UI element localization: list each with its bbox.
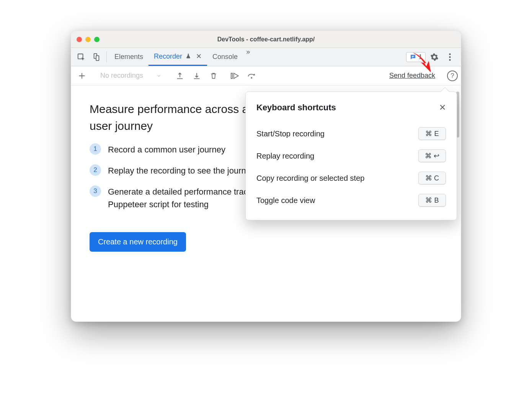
svg-point-7	[449, 59, 450, 61]
export-icon[interactable]	[172, 68, 188, 84]
shortcut-keys: ⌘ ↩	[418, 149, 446, 162]
close-window-button[interactable]	[77, 37, 82, 42]
flask-icon	[185, 53, 191, 59]
window-titlebar: DevTools - coffee-cart.netlify.app/	[71, 31, 461, 48]
import-icon[interactable]	[189, 68, 204, 84]
maximize-window-button[interactable]	[94, 37, 100, 42]
step-number-badge: 1	[90, 143, 101, 155]
shortcut-row: Toggle code view ⌘ B	[256, 189, 446, 211]
shortcut-row: Replay recording ⌘ ↩	[256, 145, 446, 167]
chevron-down-icon	[156, 73, 162, 79]
close-tab-icon[interactable]: ✕	[194, 52, 202, 61]
shortcut-label: Start/Stop recording	[256, 129, 325, 138]
tab-label: Recorder	[154, 52, 182, 61]
minimize-window-button[interactable]	[85, 37, 91, 42]
svg-point-9	[251, 77, 252, 79]
delete-icon[interactable]	[206, 68, 221, 84]
close-icon[interactable]: ✕	[439, 103, 446, 113]
step-text: Record a common user journey	[108, 143, 225, 156]
svg-point-6	[449, 56, 450, 57]
window-title: DevTools - coffee-cart.netlify.app/	[71, 36, 461, 43]
tab-elements[interactable]: Elements	[109, 48, 149, 66]
separator	[106, 51, 107, 62]
step-text: Replay the recording to see the journey	[108, 164, 255, 177]
shortcut-keys: ⌘ B	[418, 194, 446, 207]
issues-count: 1	[419, 54, 422, 61]
send-feedback-link[interactable]: Send feedback	[389, 72, 435, 80]
replay-icon[interactable]	[228, 68, 243, 84]
message-icon	[410, 54, 416, 61]
svg-rect-8	[231, 73, 232, 79]
step-over-icon[interactable]	[245, 68, 260, 84]
create-recording-button[interactable]: Create a new recording	[90, 232, 186, 252]
svg-rect-2	[96, 56, 99, 61]
tab-recorder[interactable]: Recorder ✕	[149, 48, 207, 66]
tabbar-right: 1	[406, 48, 459, 66]
new-recording-button[interactable]	[74, 68, 90, 84]
toggle-device-icon[interactable]	[89, 48, 104, 66]
toolbar-right: Send feedback ?	[389, 70, 458, 81]
more-tabs-icon[interactable]: »	[243, 48, 253, 66]
shortcut-label: Copy recording or selected step	[256, 174, 364, 183]
svg-rect-4	[412, 57, 413, 57]
tab-console[interactable]: Console	[207, 48, 243, 66]
help-icon[interactable]: ?	[447, 70, 458, 81]
tab-label: Console	[212, 53, 238, 61]
traffic-lights	[77, 37, 100, 42]
shortcut-keys: ⌘ E	[418, 127, 446, 140]
kebab-menu-icon[interactable]	[443, 53, 456, 61]
step-number-badge: 2	[90, 164, 101, 176]
tab-label: Elements	[114, 53, 143, 61]
shortcut-row: Start/Stop recording ⌘ E	[256, 123, 446, 145]
settings-gear-icon[interactable]	[428, 53, 441, 61]
shortcut-keys: ⌘ C	[418, 172, 446, 185]
popup-title: Keyboard shortcuts	[256, 103, 336, 113]
issues-chip[interactable]: 1	[406, 52, 426, 62]
shortcut-label: Replay recording	[256, 152, 314, 161]
devtools-tabbar: Elements Recorder ✕ Console » 1	[71, 48, 461, 66]
devtools-window: DevTools - coffee-cart.netlify.app/ Elem…	[71, 31, 461, 322]
recorder-panel: Measure performance across an entire use…	[71, 85, 461, 321]
svg-point-5	[449, 53, 450, 55]
recording-selector[interactable]: No recordings	[96, 68, 166, 84]
step-number-badge: 3	[90, 185, 101, 197]
recorder-toolbar: No recordings Send feedback ?	[71, 66, 461, 85]
select-element-icon[interactable]	[73, 48, 89, 66]
svg-rect-3	[412, 56, 414, 57]
shortcut-row: Copy recording or selected step ⌘ C	[256, 167, 446, 189]
shortcuts-popup: Keyboard shortcuts ✕ Start/Stop recordin…	[245, 92, 457, 220]
shortcut-label: Toggle code view	[256, 196, 315, 205]
recording-selector-label: No recordings	[100, 72, 143, 80]
